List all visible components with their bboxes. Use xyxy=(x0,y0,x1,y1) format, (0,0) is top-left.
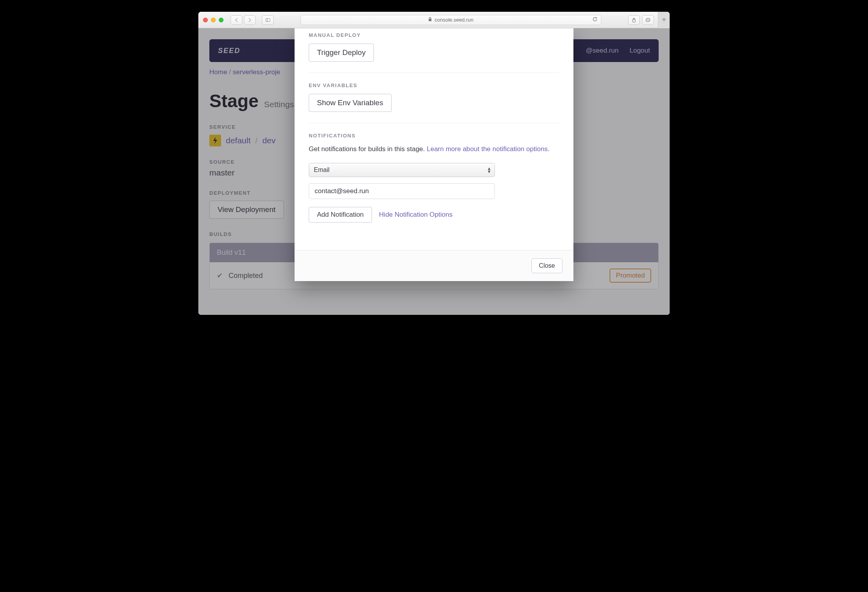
divider xyxy=(309,123,559,123)
window-controls xyxy=(203,18,223,22)
notifications-intro: Get notifications for builds in this sta… xyxy=(309,144,559,154)
close-window-icon[interactable] xyxy=(203,18,208,22)
toolbar-right: + xyxy=(628,12,665,28)
select-chevrons-icon: ▲▼ xyxy=(487,167,491,173)
tabs-button[interactable] xyxy=(642,15,654,25)
notification-email-input[interactable] xyxy=(309,183,495,199)
add-notification-button[interactable]: Add Notification xyxy=(309,207,372,223)
modal-footer: Close xyxy=(295,250,573,281)
minimize-window-icon[interactable] xyxy=(211,18,216,22)
share-button[interactable] xyxy=(628,15,640,25)
divider xyxy=(309,73,559,73)
lock-icon xyxy=(428,17,432,23)
new-tab-button[interactable]: + xyxy=(658,12,670,28)
forward-button[interactable] xyxy=(244,15,256,25)
notifications-learn-more-link[interactable]: Learn more about the notification option… xyxy=(427,145,550,153)
manual-deploy-label: MANUAL DEPLOY xyxy=(309,32,559,38)
show-env-vars-button[interactable]: Show Env Variables xyxy=(309,94,392,112)
sidebar-toggle-button[interactable] xyxy=(262,15,274,25)
browser-window: console.seed.run + SEED @seed.run Logout xyxy=(198,12,670,315)
nav-back-forward xyxy=(231,15,256,25)
env-vars-label: ENV VARIABLES xyxy=(309,82,559,88)
back-button[interactable] xyxy=(231,15,242,25)
fullscreen-window-icon[interactable] xyxy=(219,18,223,22)
hide-notification-options-link[interactable]: Hide Notification Options xyxy=(379,211,452,219)
close-button[interactable]: Close xyxy=(531,258,562,273)
svg-rect-2 xyxy=(429,19,432,21)
select-value: Email xyxy=(314,166,330,174)
notifications-intro-text: Get notifications for builds in this sta… xyxy=(309,145,427,153)
address-host: console.seed.run xyxy=(434,17,473,23)
page-viewport: SEED @seed.run Logout Home / serverless-… xyxy=(198,28,670,315)
safari-titlebar: console.seed.run + xyxy=(198,12,670,28)
reload-icon[interactable] xyxy=(592,16,598,23)
address-bar[interactable]: console.seed.run xyxy=(300,15,601,25)
trigger-deploy-button[interactable]: Trigger Deploy xyxy=(309,44,374,62)
svg-rect-0 xyxy=(266,18,270,22)
notifications-label: NOTIFICATIONS xyxy=(309,133,559,139)
svg-rect-5 xyxy=(647,18,650,21)
svg-rect-4 xyxy=(646,19,649,22)
stage-settings-modal: MANUAL DEPLOY Trigger Deploy ENV VARIABL… xyxy=(295,28,573,281)
notification-type-select[interactable]: Email ▲▼ xyxy=(309,163,495,177)
